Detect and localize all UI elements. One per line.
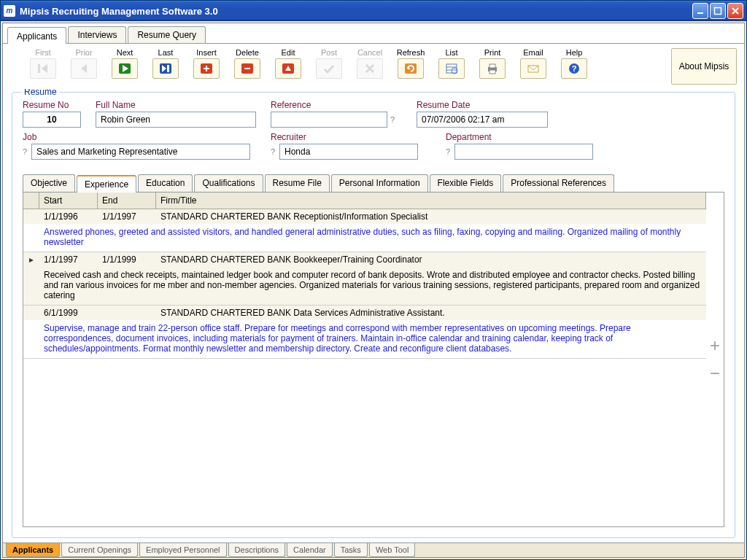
svg-rect-10 bbox=[244, 68, 250, 69]
bottom-tab-applicants[interactable]: Applicants bbox=[6, 543, 60, 557]
tab-resume-file[interactable]: Resume File bbox=[265, 174, 330, 192]
cell-start: 1/1/1997 bbox=[39, 252, 98, 267]
svg-rect-0 bbox=[697, 12, 703, 14]
top-tab-applicants[interactable]: Applicants bbox=[7, 27, 66, 44]
recruiter-label: Recruiter bbox=[271, 132, 438, 142]
toolbar-cancel: Cancel bbox=[352, 48, 388, 85]
row-description: Supervise, manage and train 22-person of… bbox=[23, 320, 706, 358]
bottom-tabs: ApplicantsCurrent OpeningsEmployed Perso… bbox=[3, 542, 744, 557]
job-input[interactable] bbox=[31, 144, 250, 160]
email-label: Email bbox=[523, 48, 543, 57]
first-label: First bbox=[35, 48, 50, 57]
department-help-icon[interactable]: ? bbox=[446, 147, 452, 156]
bottom-tab-employed-personnel[interactable]: Employed Personnel bbox=[139, 543, 227, 557]
row-indicator-icon bbox=[23, 306, 39, 320]
cancel-label: Cancel bbox=[357, 48, 382, 57]
cell-start: 1/1/1996 bbox=[39, 209, 98, 224]
minus-icon bbox=[234, 58, 260, 79]
list-icon bbox=[438, 58, 465, 79]
top-tab-resume-query[interactable]: Resume Query bbox=[128, 26, 206, 43]
toolbar-next[interactable]: Next bbox=[107, 48, 143, 85]
post-icon bbox=[316, 58, 342, 79]
tab-experience[interactable]: Experience bbox=[77, 175, 136, 192]
table-row[interactable]: 6/1/1999 STANDARD CHARTERED BANK Data Se… bbox=[23, 306, 706, 320]
reference-input[interactable] bbox=[271, 112, 387, 128]
toolbar-delete[interactable]: Delete bbox=[229, 48, 266, 85]
svg-rect-8 bbox=[204, 68, 209, 69]
prior-label: Prior bbox=[75, 48, 92, 57]
toolbar-help[interactable]: Help? bbox=[556, 48, 592, 85]
full-name-input[interactable] bbox=[96, 112, 256, 128]
col-end[interactable]: End bbox=[98, 192, 156, 209]
insert-label: Insert bbox=[196, 48, 217, 57]
cell-end: 1/1/1999 bbox=[98, 252, 156, 267]
maximize-button[interactable] bbox=[710, 3, 726, 19]
table-row[interactable]: 1/1/1996 1/1/1997 STANDARD CHARTERED BAN… bbox=[23, 209, 706, 224]
help-icon: ? bbox=[561, 58, 587, 79]
close-button[interactable] bbox=[727, 3, 743, 19]
tab-objective[interactable]: Objective bbox=[23, 174, 75, 192]
refresh-icon bbox=[398, 58, 424, 79]
bottom-tab-tasks[interactable]: Tasks bbox=[334, 543, 368, 557]
bottom-tab-calendar[interactable]: Calendar bbox=[287, 543, 333, 557]
print-label: Print bbox=[484, 48, 501, 57]
toolbar-refresh[interactable]: Refresh bbox=[392, 48, 429, 85]
email-icon bbox=[520, 58, 546, 79]
table-row[interactable]: ▸ 1/1/1997 1/1/1999 STANDARD CHARTERED B… bbox=[23, 252, 706, 267]
edit-label: Edit bbox=[282, 48, 295, 57]
experience-grid-wrap: Start End Firm/Title 1/1/1996 1/1/1997 S… bbox=[23, 192, 724, 527]
toolbar-insert[interactable]: Insert bbox=[188, 48, 225, 85]
nav-next-icon bbox=[112, 58, 138, 79]
col-start[interactable]: Start bbox=[39, 192, 98, 209]
reference-label: Reference bbox=[271, 100, 409, 110]
about-button[interactable]: About Mipsis bbox=[671, 48, 737, 85]
row-description: Answered phones, greeted and assisted vi… bbox=[23, 224, 706, 252]
tab-flexible-fields[interactable]: Flexible Fields bbox=[430, 174, 502, 192]
next-label: Next bbox=[117, 48, 133, 57]
recruiter-input[interactable] bbox=[279, 144, 418, 160]
top-tabs: ApplicantsInterviewsResume Query bbox=[3, 23, 744, 44]
toolbar-list[interactable]: List bbox=[433, 48, 470, 85]
add-row-button[interactable]: + bbox=[710, 335, 720, 356]
resume-date-input[interactable] bbox=[417, 112, 548, 128]
experience-grid[interactable]: Start End Firm/Title 1/1/1996 1/1/1997 S… bbox=[23, 192, 706, 526]
department-input[interactable] bbox=[454, 144, 593, 160]
cell-firm: STANDARD CHARTERED BANK Receptionist/Inf… bbox=[156, 209, 706, 224]
window-title: Mipsis Recruiting Management Software 3.… bbox=[20, 6, 218, 17]
nav-last-icon bbox=[152, 58, 179, 79]
bottom-tab-descriptions[interactable]: Descriptions bbox=[228, 543, 286, 557]
toolbar-post: Post bbox=[311, 48, 347, 85]
toolbar-edit[interactable]: Edit bbox=[270, 48, 306, 85]
remove-row-button[interactable]: − bbox=[710, 363, 720, 384]
tab-personal-information[interactable]: Personal Information bbox=[331, 174, 428, 192]
minimize-button[interactable] bbox=[692, 3, 708, 19]
cancel-icon bbox=[357, 58, 383, 79]
toolbar-print[interactable]: Print bbox=[474, 48, 511, 85]
row-description: Received cash and check receipts, mainta… bbox=[23, 267, 706, 305]
toolbar-email[interactable]: Email bbox=[515, 48, 551, 85]
recruiter-help-icon[interactable]: ? bbox=[271, 147, 276, 156]
resume-no-label: Resume No bbox=[23, 100, 88, 110]
help-label: Help bbox=[566, 48, 583, 57]
svg-rect-1 bbox=[715, 8, 721, 15]
cell-end bbox=[98, 306, 156, 320]
row-indicator-icon bbox=[23, 209, 39, 224]
col-firm[interactable]: Firm/Title bbox=[156, 192, 706, 209]
reference-help-icon[interactable]: ? bbox=[390, 115, 396, 124]
top-tab-interviews[interactable]: Interviews bbox=[68, 26, 126, 43]
grid-header: Start End Firm/Title bbox=[23, 192, 706, 209]
tab-qualifications[interactable]: Qualifications bbox=[194, 174, 263, 192]
tab-professional-references[interactable]: Professional References bbox=[503, 174, 614, 192]
svg-rect-5 bbox=[167, 65, 169, 72]
bottom-tab-web-tool[interactable]: Web Tool bbox=[369, 543, 415, 557]
tab-education[interactable]: Education bbox=[138, 174, 193, 192]
job-help-icon[interactable]: ? bbox=[23, 147, 28, 156]
toolbar-prior: Prior bbox=[66, 48, 102, 85]
resume-no-input[interactable] bbox=[23, 112, 81, 128]
resume-date-label: Resume Date bbox=[417, 100, 562, 110]
toolbar-last[interactable]: Last bbox=[147, 48, 184, 85]
refresh-label: Refresh bbox=[397, 48, 425, 57]
svg-rect-19 bbox=[489, 70, 495, 74]
titlebar: m Mipsis Recruiting Management Software … bbox=[1, 1, 746, 21]
bottom-tab-current-openings[interactable]: Current Openings bbox=[61, 543, 138, 557]
